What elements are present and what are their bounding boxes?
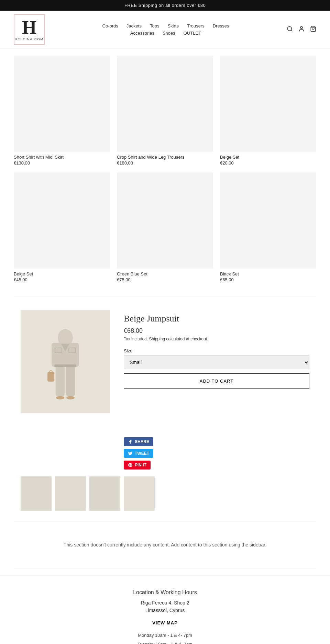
pinterest-label: PIN IT	[135, 463, 146, 467]
product-card-3[interactable]: Beige Set €45,00	[14, 172, 110, 282]
svg-rect-7	[56, 365, 65, 396]
nav-item-dresses[interactable]: Dresses	[213, 23, 229, 29]
user-button[interactable]	[298, 26, 305, 34]
product-image-3	[14, 172, 110, 269]
cart-button[interactable]	[310, 26, 316, 34]
nav-item-accessories[interactable]: Accessories	[130, 31, 154, 36]
empty-section-text: This section doesn't currently include a…	[64, 542, 266, 547]
product-price-4: €75,00	[117, 277, 213, 282]
product-detail: Beige Jumpsuit €68,00 Tax included. Ship…	[0, 296, 330, 427]
product-name-5: Black Set	[220, 271, 316, 276]
header: H HELEINA.COM Co-ordsJacketsTopsSkirtsTr…	[0, 11, 330, 49]
svg-line-1	[291, 30, 292, 31]
thumbnail-1[interactable]	[21, 476, 52, 511]
add-to-cart-button[interactable]: ADD TO CART	[124, 373, 309, 389]
footer-address-line1: Riga Fereou 4, Shop 2	[7, 599, 323, 607]
thumbnail-4[interactable]	[124, 476, 155, 511]
tax-note: Tax included. Shipping calculated at che…	[124, 337, 309, 341]
shipping-link[interactable]: Shipping calculated at checkout.	[149, 337, 208, 341]
footer-hours: Monday 10am - 1 & 4- 7pmTuesday 10am - 1…	[7, 631, 323, 644]
product-title: Beige Jumpsuit	[124, 314, 309, 324]
product-image-1	[117, 56, 213, 152]
product-image-5	[220, 172, 316, 269]
product-image-4	[117, 172, 213, 269]
logo-letter: H	[22, 18, 36, 37]
nav-item-tops[interactable]: Tops	[150, 23, 159, 29]
view-map-button[interactable]: VIEW MAP	[152, 620, 178, 625]
logo-subtitle: HELEINA.COM	[15, 37, 44, 41]
product-price-0: €130,00	[14, 160, 110, 166]
twitter-label: TWEET	[135, 451, 149, 456]
footer: Location & Working Hours Riga Fereou 4, …	[0, 575, 330, 644]
svg-rect-10	[54, 364, 76, 367]
nav-item-outlet[interactable]: OUTLET	[184, 31, 201, 36]
size-select[interactable]: SmallMediumLarge	[124, 355, 309, 369]
nav-row-2: AccessoriesShoesOUTLET	[130, 31, 201, 36]
product-name-1: Crop Shirt and Wide Leg Trousers	[117, 155, 213, 160]
svg-rect-8	[66, 365, 75, 396]
logo[interactable]: H HELEINA.COM	[14, 14, 45, 45]
product-price-3: €45,00	[14, 277, 110, 282]
nav-item-trousers[interactable]: Trousers	[187, 23, 205, 29]
footer-address-line2: Limasssol, Cyprus	[7, 607, 323, 614]
product-card-5[interactable]: Black Set €65,00	[220, 172, 316, 282]
product-image-2	[220, 56, 316, 152]
section-divider-3	[14, 568, 316, 568]
svg-point-2	[300, 26, 302, 29]
footer-address: Riga Fereou 4, Shop 2 Limasssol, Cyprus	[7, 599, 323, 614]
product-name-0: Short Shirt with Midi Skirt	[14, 155, 110, 160]
product-card-1[interactable]: Crop Shirt and Wide Leg Trousers €180,00	[117, 56, 213, 166]
product-price-5: €65,00	[220, 277, 316, 282]
products-section: Short Shirt with Midi Skirt €130,00 Crop…	[0, 49, 330, 296]
product-price-1: €180,00	[117, 160, 213, 166]
product-card-0[interactable]: Short Shirt with Midi Skirt €130,00	[14, 56, 110, 166]
search-button[interactable]	[287, 26, 293, 34]
product-card-4[interactable]: Green Blue Set €75,00	[117, 172, 213, 282]
pinterest-share-button[interactable]: PIN IT	[124, 461, 151, 470]
footer-location-title: Location & Working Hours	[7, 589, 323, 596]
nav-item-jackets[interactable]: Jackets	[126, 23, 142, 29]
svg-point-13	[56, 396, 64, 399]
thumbnail-2[interactable]	[55, 476, 86, 511]
empty-section: This section doesn't currently include a…	[0, 521, 330, 568]
nav-item-shoes[interactable]: Shoes	[163, 31, 175, 36]
facebook-share-button[interactable]: SHARE	[124, 437, 153, 446]
thumbnail-3[interactable]	[89, 476, 120, 511]
product-name-3: Beige Set	[14, 271, 110, 276]
nav-row-1: Co-ordsJacketsTopsSkirtsTrousersDresses	[102, 23, 229, 29]
footer-hour-row: Monday 10am - 1 & 4- 7pm	[7, 631, 323, 640]
product-main-image	[21, 310, 110, 413]
top-banner: FREE Shipping on all orders over €80	[0, 0, 330, 11]
product-price-2: €20,00	[220, 160, 316, 166]
twitter-share-button[interactable]: TWEET	[124, 449, 153, 458]
header-icons	[287, 26, 316, 34]
footer-hour-row: Tuesday 10am - 1 & 4- 7pm	[7, 640, 323, 644]
product-info: Beige Jumpsuit €68,00 Tax included. Ship…	[124, 310, 309, 389]
svg-point-14	[66, 396, 75, 399]
product-name-4: Green Blue Set	[117, 271, 213, 276]
social-share: SHARE TWEET PIN IT	[103, 427, 330, 473]
product-price: €68,00	[124, 327, 309, 335]
jumpsuit-placeholder	[21, 310, 110, 413]
product-name-2: Beige Set	[220, 155, 316, 160]
svg-rect-15	[47, 372, 54, 382]
thumbnails	[0, 473, 330, 521]
size-label: Size	[124, 348, 309, 353]
banner-text: FREE Shipping on all orders over €80	[124, 3, 206, 8]
nav-item-skirts[interactable]: Skirts	[167, 23, 179, 29]
facebook-label: SHARE	[135, 439, 149, 444]
product-card-2[interactable]: Beige Set €20,00	[220, 56, 316, 166]
products-grid: Short Shirt with Midi Skirt €130,00 Crop…	[14, 56, 316, 282]
nav-item-coords[interactable]: Co-ords	[102, 23, 118, 29]
tax-text: Tax included.	[124, 337, 148, 341]
product-image-0	[14, 56, 110, 152]
main-nav: Co-ordsJacketsTopsSkirtsTrousersDresses …	[102, 23, 229, 36]
